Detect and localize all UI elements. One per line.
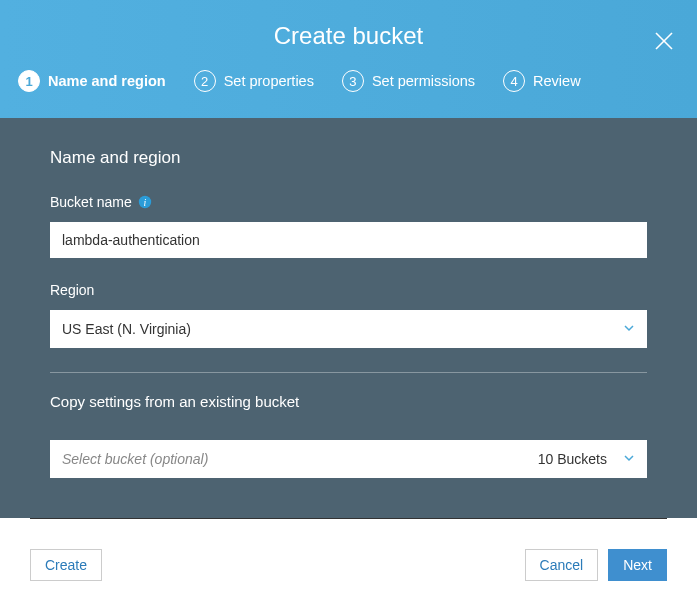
step-label: Name and region bbox=[48, 73, 166, 89]
region-field: Region US East (N. Virginia) bbox=[50, 282, 647, 348]
create-button[interactable]: Create bbox=[30, 549, 102, 581]
bucket-name-label: Bucket name i bbox=[50, 194, 647, 210]
cancel-button[interactable]: Cancel bbox=[525, 549, 599, 581]
dialog-title: Create bucket bbox=[0, 22, 697, 50]
step-number: 4 bbox=[503, 70, 525, 92]
step-label: Set properties bbox=[224, 73, 314, 89]
dialog-body: Name and region Bucket name i Region US … bbox=[0, 118, 697, 518]
label-text: Bucket name bbox=[50, 194, 132, 210]
region-label: Region bbox=[50, 282, 647, 298]
divider bbox=[50, 372, 647, 373]
step-number: 1 bbox=[18, 70, 40, 92]
step-name-and-region[interactable]: 1 Name and region bbox=[18, 70, 166, 92]
region-select[interactable]: US East (N. Virginia) bbox=[50, 310, 647, 348]
step-set-properties[interactable]: 2 Set properties bbox=[194, 70, 314, 92]
copy-bucket-select[interactable]: Select bucket (optional) 10 Buckets bbox=[50, 440, 647, 478]
step-number: 2 bbox=[194, 70, 216, 92]
region-value: US East (N. Virginia) bbox=[62, 321, 623, 337]
next-button[interactable]: Next bbox=[608, 549, 667, 581]
chevron-down-icon bbox=[623, 320, 635, 338]
wizard-steps: 1 Name and region 2 Set properties 3 Set… bbox=[0, 70, 697, 106]
step-set-permissions[interactable]: 3 Set permissions bbox=[342, 70, 475, 92]
info-icon[interactable]: i bbox=[138, 195, 152, 209]
dialog-footer: Create Cancel Next bbox=[30, 518, 667, 592]
step-review[interactable]: 4 Review bbox=[503, 70, 581, 92]
svg-text:i: i bbox=[143, 197, 146, 208]
section-title: Name and region bbox=[50, 148, 647, 168]
bucket-name-input[interactable] bbox=[50, 222, 647, 258]
close-icon bbox=[653, 30, 675, 52]
bucket-count: 10 Buckets bbox=[538, 451, 607, 467]
dialog-footer-wrap: Create Cancel Next bbox=[0, 518, 697, 593]
dialog-header: Create bucket 1 Name and region 2 Set pr… bbox=[0, 0, 697, 118]
copy-bucket-placeholder: Select bucket (optional) bbox=[62, 451, 538, 467]
copy-settings-title: Copy settings from an existing bucket bbox=[50, 393, 647, 410]
chevron-down-icon bbox=[623, 450, 635, 468]
bucket-name-field: Bucket name i bbox=[50, 194, 647, 258]
step-number: 3 bbox=[342, 70, 364, 92]
step-label: Review bbox=[533, 73, 581, 89]
step-label: Set permissions bbox=[372, 73, 475, 89]
close-button[interactable] bbox=[653, 30, 675, 56]
